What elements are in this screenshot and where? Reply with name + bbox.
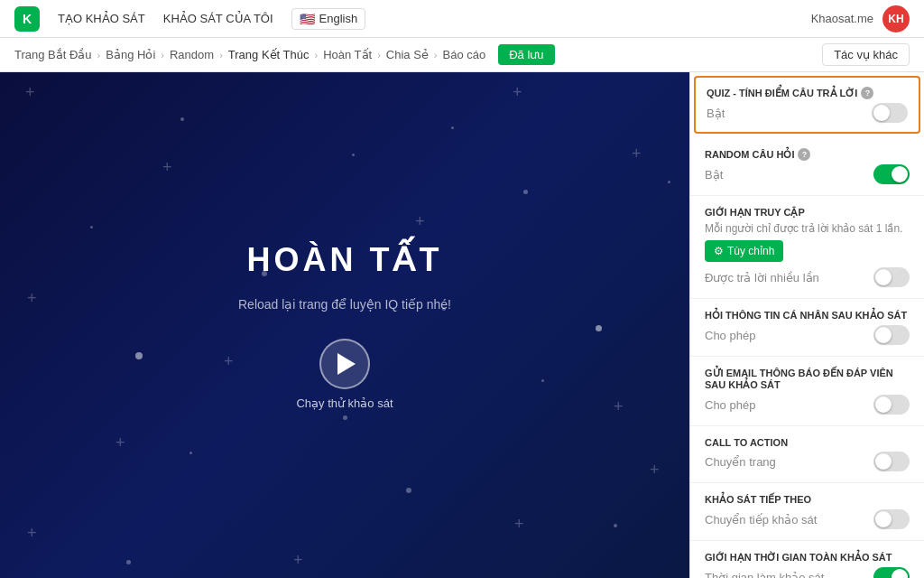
deco-dot [406, 488, 411, 493]
deco-dot [451, 126, 454, 129]
play-button[interactable] [319, 339, 370, 389]
sep6: › [434, 50, 438, 61]
breadcrumb-start[interactable]: Trang Bắt Đầu [14, 48, 92, 61]
language-selector[interactable]: 🇺🇸 English [291, 8, 366, 30]
canvas-subtitle: Reload lại trang để luyện IQ tiếp nhé! [238, 297, 451, 312]
setting-random-question: RANDOM CÂU HỎI ? Bật [690, 137, 924, 196]
main-layout: + + + + + + + + + + + + + HOÀN TẤT Reloa… [0, 72, 924, 578]
deco-dot [180, 117, 184, 121]
deco-dot [343, 415, 347, 420]
time-limit-toggle[interactable] [873, 567, 910, 578]
personal-info-toggle[interactable] [873, 325, 910, 345]
site-link[interactable]: Khaosat.me [811, 12, 873, 25]
sep3: › [219, 50, 223, 61]
deco-plus: + [632, 144, 642, 163]
breadcrumb-endpage[interactable]: Trang Kết Thúc [228, 48, 310, 61]
gear-icon: ⚙ [714, 245, 724, 257]
deco-plus: + [27, 524, 37, 543]
call-to-action-value: Chuyển trang [705, 455, 776, 469]
setting-call-to-action: CALL TO ACTION Chuyển trang [690, 426, 924, 483]
deco-dot [596, 325, 602, 331]
call-to-action-toggle[interactable] [873, 452, 910, 471]
quiz-score-toggle[interactable] [872, 103, 908, 123]
breadcrumb-random[interactable]: Random [170, 48, 214, 61]
deco-plus: + [162, 158, 172, 177]
customize-button[interactable]: ⚙ Tùy chỉnh [705, 240, 783, 262]
deco-dot [352, 154, 355, 156]
setting-personal-info: HỎI THÔNG TIN CÁ NHÂN SAU KHẢO SÁT Cho p… [690, 299, 924, 357]
sep1: › [97, 50, 101, 61]
random-question-help-icon[interactable]: ? [798, 148, 810, 161]
quiz-score-value: Bật [707, 107, 725, 120]
deco-plus: + [293, 551, 303, 570]
avatar[interactable]: KH [882, 5, 910, 33]
canvas-title: HOÀN TẤT [247, 241, 443, 279]
nav-links: TẠO KHẢO SÁT KHẢO SÁT CỦA TÔI [58, 12, 273, 25]
deco-plus: + [614, 397, 624, 416]
email-notify-label: GỬI EMAIL THÔNG BÁO ĐẾN ĐÁP VIÊN SAU KHẢ… [705, 368, 910, 391]
access-limit-desc: Mỗi người chỉ được trả lời khảo sát 1 lầ… [705, 222, 910, 235]
call-to-action-label: CALL TO ACTION [705, 437, 910, 448]
random-question-label: RANDOM CÂU HỎI ? [705, 148, 910, 161]
breadcrumb-complete[interactable]: Hoàn Tất [323, 48, 372, 61]
deco-plus: + [513, 83, 522, 102]
play-icon [337, 353, 356, 375]
deco-plus: + [514, 515, 524, 534]
deco-plus: + [415, 212, 425, 231]
save-button[interactable]: Đã lưu [498, 44, 554, 65]
create-survey-link[interactable]: TẠO KHẢO SÁT [58, 12, 145, 25]
setting-email-notify: GỬI EMAIL THÔNG BÁO ĐẾN ĐÁP VIÊN SAU KHẢ… [690, 357, 924, 426]
task-button[interactable]: Tác vụ khác [822, 43, 910, 66]
lang-label: English [319, 12, 358, 25]
breadcrumb-right: Tác vụ khác [822, 43, 910, 66]
email-notify-value: Cho phép [705, 398, 755, 412]
deco-dot [189, 452, 192, 454]
time-limit-value: Thời gian làm khảo sát [705, 571, 824, 579]
deco-dot [668, 181, 670, 183]
deco-dot [135, 352, 143, 359]
deco-dot [614, 524, 617, 527]
breadcrumb: Trang Bắt Đầu › Bảng Hỏi › Random › Tran… [0, 38, 924, 72]
breadcrumb-questions[interactable]: Bảng Hỏi [106, 48, 155, 61]
access-limit-sub-value: Được trả lời nhiều lần [705, 271, 819, 284]
deco-dot [523, 190, 528, 194]
topnav: K TẠO KHẢO SÁT KHẢO SÁT CỦA TÔI 🇺🇸 Engli… [0, 0, 924, 38]
deco-plus: + [224, 352, 234, 371]
random-question-value: Bật [705, 168, 723, 182]
breadcrumb-reports[interactable]: Báo cáo [443, 48, 486, 61]
time-limit-label: GIỚI HẠN THỜI GIAN TOÀN KHẢO SÁT [705, 552, 910, 564]
quiz-score-help-icon[interactable]: ? [861, 87, 873, 99]
logo[interactable]: K [14, 6, 40, 32]
deco-dot [126, 560, 131, 564]
my-surveys-link[interactable]: KHẢO SÁT CỦA TÔI [163, 12, 273, 25]
setting-next-survey: KHẢO SÁT TIẾP THEO Chuyển tiếp khảo sát [690, 483, 924, 541]
personal-info-label: HỎI THÔNG TIN CÁ NHÂN SAU KHẢO SÁT [705, 310, 910, 322]
settings-panel: QUIZ - TÍNH ĐIỂM CÂU TRẢ LỜI ? Bật RANDO… [689, 72, 924, 578]
deco-dot [90, 226, 93, 228]
setting-access-limit: GIỚI HẠN TRUY CẬP Mỗi người chỉ được trả… [690, 196, 924, 299]
access-limit-label: GIỚI HẠN TRUY CẬP [705, 207, 910, 219]
deco-plus: + [27, 289, 37, 308]
flag-icon: 🇺🇸 [300, 12, 315, 26]
quiz-score-label: QUIZ - TÍNH ĐIỂM CÂU TRẢ LỜI ? [707, 87, 908, 99]
breadcrumb-share[interactable]: Chia Sẻ [386, 48, 429, 61]
next-survey-toggle[interactable] [873, 509, 910, 529]
next-survey-value: Chuyển tiếp khảo sát [705, 513, 817, 527]
deco-plus: + [116, 434, 125, 452]
random-question-toggle[interactable] [873, 164, 910, 184]
sep5: › [377, 50, 381, 61]
sep2: › [161, 50, 164, 61]
next-survey-label: KHẢO SÁT TIẾP THEO [705, 494, 910, 506]
deco-plus: + [650, 461, 660, 480]
sep4: › [314, 50, 318, 61]
personal-info-value: Cho phép [705, 329, 755, 342]
deco-plus: + [25, 83, 35, 102]
topnav-right: Khaosat.me KH [811, 5, 910, 33]
email-notify-toggle[interactable] [873, 395, 910, 415]
access-limit-toggle[interactable] [873, 267, 910, 287]
setting-time-limit: GIỚI HẠN THỜI GIAN TOÀN KHẢO SÁT Thời gi… [690, 541, 924, 578]
deco-dot [541, 379, 544, 382]
play-label: Chạy thử khảo sát [296, 396, 393, 410]
canvas-panel: + + + + + + + + + + + + + HOÀN TẤT Reloa… [0, 72, 689, 578]
setting-quiz-score: QUIZ - TÍNH ĐIỂM CÂU TRẢ LỜI ? Bật [694, 76, 920, 134]
